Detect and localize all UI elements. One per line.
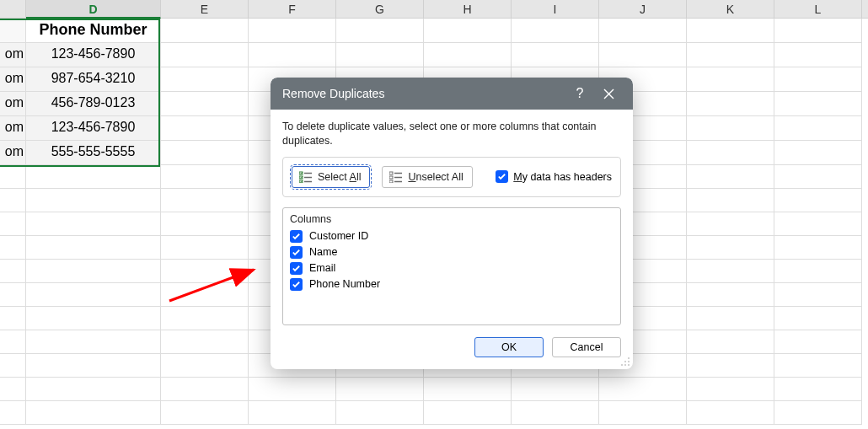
cell[interactable] (687, 307, 774, 330)
cell[interactable] (687, 189, 774, 212)
cell[interactable] (336, 401, 424, 425)
cell[interactable] (599, 19, 687, 43)
column-header-I[interactable]: I (512, 0, 599, 19)
cell[interactable] (26, 189, 161, 212)
cell[interactable] (26, 260, 161, 283)
cell[interactable] (774, 141, 862, 165)
cell[interactable] (0, 212, 26, 236)
cell[interactable] (0, 283, 26, 307)
cell[interactable] (0, 189, 26, 212)
cell[interactable] (774, 189, 862, 212)
column-header-G[interactable]: G (336, 0, 424, 19)
cell[interactable] (249, 378, 336, 401)
cell[interactable] (161, 260, 249, 283)
cell[interactable] (161, 401, 249, 425)
cell[interactable] (687, 283, 774, 307)
cell[interactable] (336, 378, 424, 401)
cell[interactable] (774, 260, 862, 283)
header-cell-phone-number[interactable]: Phone Number (26, 19, 161, 43)
column-item-phone-number[interactable]: Phone Number (290, 276, 613, 292)
cell[interactable] (161, 189, 249, 212)
cell[interactable] (687, 401, 774, 425)
cell[interactable]: 987-654-3210 (26, 67, 161, 92)
column-item-customer-id[interactable]: Customer ID (290, 228, 613, 244)
cell[interactable] (0, 236, 26, 260)
cell[interactable] (249, 401, 336, 425)
cell[interactable] (0, 165, 26, 189)
cell[interactable] (687, 330, 774, 354)
cell[interactable] (687, 354, 774, 378)
cell[interactable] (26, 165, 161, 189)
cell[interactable]: om (0, 92, 26, 116)
cell[interactable]: om (0, 67, 26, 92)
cell[interactable] (0, 19, 26, 43)
cell[interactable] (512, 401, 599, 425)
cell[interactable] (774, 19, 862, 43)
cell[interactable] (512, 378, 599, 401)
cell[interactable] (687, 165, 774, 189)
cell[interactable] (687, 19, 774, 43)
cell[interactable] (26, 378, 161, 401)
cell[interactable] (424, 378, 512, 401)
cell[interactable] (424, 19, 512, 43)
cell[interactable] (161, 212, 249, 236)
cell[interactable] (0, 354, 26, 378)
cell[interactable]: om (0, 43, 26, 67)
column-item-name[interactable]: Name (290, 244, 613, 260)
cell[interactable] (26, 283, 161, 307)
cell[interactable] (26, 330, 161, 354)
cell[interactable] (26, 354, 161, 378)
cell[interactable] (161, 330, 249, 354)
cell[interactable] (161, 19, 249, 43)
cell[interactable] (774, 43, 862, 67)
cell[interactable] (161, 165, 249, 189)
cell[interactable] (0, 307, 26, 330)
cell[interactable] (774, 401, 862, 425)
cell[interactable] (161, 354, 249, 378)
cell[interactable] (26, 401, 161, 425)
cell[interactable] (161, 141, 249, 165)
column-header-L[interactable]: L (774, 0, 862, 19)
column-header-stub[interactable] (0, 0, 26, 19)
cell[interactable] (26, 307, 161, 330)
cell[interactable] (161, 283, 249, 307)
cell[interactable] (161, 43, 249, 67)
cell[interactable] (687, 43, 774, 67)
cell[interactable] (774, 67, 862, 92)
cancel-button[interactable]: Cancel (552, 337, 621, 357)
cell[interactable] (0, 378, 26, 401)
cell[interactable] (424, 401, 512, 425)
cell[interactable] (599, 43, 687, 67)
column-header-J[interactable]: J (599, 0, 687, 19)
cell[interactable] (599, 378, 687, 401)
cell[interactable]: om (0, 116, 26, 141)
column-header-H[interactable]: H (424, 0, 512, 19)
cell[interactable] (336, 19, 424, 43)
cell[interactable] (26, 212, 161, 236)
my-data-has-headers-checkbox[interactable]: My data has headers (496, 170, 612, 183)
cell[interactable] (424, 43, 512, 67)
cell[interactable] (774, 283, 862, 307)
cell[interactable] (26, 236, 161, 260)
cell[interactable] (774, 354, 862, 378)
cell[interactable] (161, 116, 249, 141)
cell[interactable] (774, 378, 862, 401)
cell[interactable] (161, 67, 249, 92)
cell[interactable] (336, 43, 424, 67)
column-item-email[interactable]: Email (290, 260, 613, 276)
cell[interactable] (687, 116, 774, 141)
cell[interactable] (774, 236, 862, 260)
cell[interactable] (687, 260, 774, 283)
ok-button[interactable]: OK (474, 337, 544, 357)
close-button[interactable] (594, 79, 623, 108)
unselect-all-button[interactable]: Unselect All (382, 166, 472, 188)
cell[interactable] (774, 116, 862, 141)
cell[interactable] (599, 401, 687, 425)
cell[interactable] (774, 212, 862, 236)
cell[interactable] (774, 330, 862, 354)
cell[interactable] (0, 401, 26, 425)
cell[interactable]: 555-555-5555 (26, 141, 161, 165)
cell[interactable] (687, 212, 774, 236)
cell[interactable] (161, 378, 249, 401)
column-header-D[interactable]: D (26, 0, 161, 19)
